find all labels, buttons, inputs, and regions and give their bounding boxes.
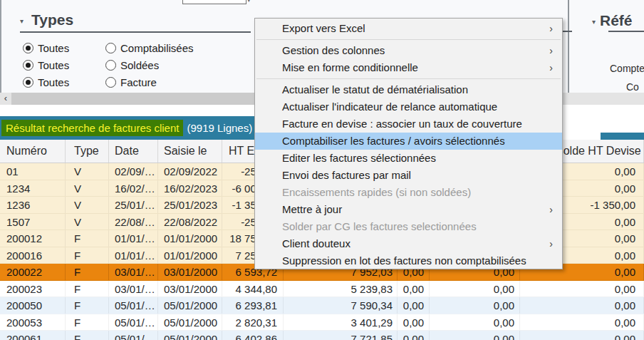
cell: 22/08/2022 (158, 214, 222, 230)
window-left-border (0, 0, 1, 105)
cell: 05/01/… (109, 314, 158, 331)
cell: 0,00 (398, 297, 430, 314)
cell: 0,00 (398, 314, 430, 331)
menu-item-comptabiliser-les-factures-avoirs-s-lect[interactable]: Comptabiliser les factures / avoirs séle… (255, 133, 562, 150)
cell: 0,00 (430, 281, 520, 297)
collapse-icon[interactable]: ▾ (592, 18, 596, 26)
app-screen: ▾ ▾ Types ToutesComptabiliséesToutesSold… (0, 0, 644, 340)
column-header-num-ro[interactable]: Numéro (0, 140, 66, 163)
menu-item-encaissements-rapides-si-non-sold-es-: Encaissements rapides (si non soldées) (255, 184, 562, 201)
cell: F (66, 314, 109, 331)
radio-option-toutes[interactable]: Toutes (23, 41, 69, 54)
scroll-left-button[interactable]: ‹ (0, 93, 11, 105)
menu-separator (256, 78, 561, 79)
menu-item-mettre-jour[interactable]: Mettre à jour› (255, 201, 562, 218)
collapse-icon[interactable]: ▾ (20, 17, 24, 25)
radio-option-toutes[interactable]: Toutes (23, 58, 69, 71)
cell: 01/01/… (109, 247, 158, 264)
cell: F (66, 264, 109, 280)
menu-item-facture-en-devise-associer-un-taux-de-co[interactable]: Facture en devise : associer un taux de … (255, 115, 562, 133)
cell: 22/08/… (109, 214, 158, 230)
submenu-arrow-icon: › (549, 42, 553, 59)
menu-item-suppression-en-lot-des-factures-non-comp[interactable]: Suppression en lot des factures non comp… (255, 252, 562, 269)
cell: V (66, 163, 109, 180)
column-header-date[interactable]: Date (109, 140, 158, 163)
cell: 05/01/… (109, 331, 158, 340)
collectif-label: Co (626, 81, 639, 93)
cell: 0,00 (398, 281, 430, 297)
cell: 3 401,29 (284, 314, 398, 331)
cell: 200023 (0, 281, 66, 297)
table-row[interactable]: 200050F05/01/…05/01/20006 293,817 590,34… (0, 297, 644, 314)
types-panel-title: Types (31, 11, 73, 29)
submenu-arrow-icon: › (549, 59, 553, 76)
submenu-arrow-icon: › (549, 20, 553, 37)
cell: 01 (0, 163, 66, 180)
cell: 2 820,31 (222, 314, 284, 331)
radio-option-comptabilis-es[interactable]: Comptabilisées (105, 41, 194, 54)
cell: 7 721,85 (284, 331, 398, 340)
cell: F (66, 281, 109, 297)
table-row[interactable]: 200023F03/01/…03/01/20004 344,805 239,83… (0, 281, 644, 298)
references-panel-title: Réfé (600, 12, 633, 29)
cell: 0,00 (520, 331, 644, 340)
radio-option-facture[interactable]: Facture (105, 76, 157, 88)
dropdown-arrow-icon: ▾ (247, 0, 251, 4)
cell: 200053 (0, 314, 66, 331)
cell: 0,00 (520, 281, 644, 297)
column-header-saisie-le[interactable]: Saisie le (158, 140, 222, 163)
menu-separator (256, 39, 561, 40)
cropped-dropdown-field[interactable] (182, 0, 246, 4)
context-menu: Export vers Excel›Gestion des colonnes›M… (254, 18, 563, 269)
cell: F (66, 297, 109, 314)
cell: 200061 (0, 331, 66, 340)
radio-selected-icon[interactable] (23, 43, 33, 53)
radio-option-toutes[interactable]: Toutes (23, 76, 69, 88)
menu-item-editer-les-factures-s-lectionn-es[interactable]: Editer les factures sélectionnées (255, 150, 562, 167)
middle-panel-underline (563, 31, 572, 32)
radio-label: Toutes (38, 76, 69, 88)
table-row[interactable]: 200061F05/01/…05/01/20006 402,867 721,85… (0, 331, 644, 340)
cell: 4 344,80 (222, 281, 284, 297)
cell: 6 402,86 (222, 331, 284, 340)
cell: V (66, 214, 109, 230)
menu-item-export-vers-excel[interactable]: Export vers Excel› (255, 20, 562, 37)
cell: 0,00 (520, 314, 644, 331)
column-header-type[interactable]: Type (66, 140, 109, 163)
menu-item-mise-en-forme-conditionnelle[interactable]: Mise en forme conditionnelle› (255, 59, 562, 76)
radio-unselected-icon[interactable] (105, 60, 116, 71)
cell: 01/01/… (109, 230, 158, 247)
menu-item-solder-par-cg-les-factures-selectionn-es: Solder par CG les factures selectionnées (255, 218, 562, 235)
compte-label: Compte (610, 63, 644, 74)
cell: 1507 (0, 214, 66, 230)
cell: 03/01/2000 (158, 281, 222, 297)
cell: 03/01/… (109, 264, 158, 280)
cell: V (66, 180, 109, 197)
radio-selected-icon[interactable] (23, 77, 33, 88)
menu-item-client-douteux[interactable]: Client douteux› (255, 235, 562, 252)
radio-selected-icon[interactable] (23, 60, 33, 71)
cell: 200050 (0, 297, 66, 314)
types-underline (20, 31, 251, 33)
radio-option-sold-es[interactable]: Soldées (105, 58, 159, 71)
cell: 03/01/2000 (158, 264, 222, 280)
results-bar-right-fragment (601, 133, 644, 140)
cell: F (66, 331, 109, 340)
cell: 02/09/2022 (158, 163, 222, 180)
menu-item-envoi-des-factures-par-mail[interactable]: Envoi des factures par mail (255, 167, 562, 184)
menu-item-actualiser-l-indicateur-de-relance-autom[interactable]: Actualiser l'indicateur de relance autom… (255, 98, 562, 115)
table-row[interactable]: 200053F05/01/…05/01/20002 820,313 401,29… (0, 314, 644, 331)
cell: 7 590,34 (284, 297, 398, 314)
references-underline (608, 31, 644, 32)
radio-unselected-icon[interactable] (105, 77, 116, 88)
radio-label: Comptabilisées (120, 42, 194, 54)
panel-divider (568, 0, 569, 105)
cell: 16/02/… (109, 180, 158, 197)
radio-label: Toutes (38, 59, 69, 71)
menu-item-gestion-des-colonnes[interactable]: Gestion des colonnes› (255, 42, 562, 59)
radio-label: Facture (120, 76, 157, 88)
radio-unselected-icon[interactable] (105, 43, 116, 53)
cell: V (66, 197, 109, 213)
cell: 1234 (0, 180, 66, 197)
menu-item-actualiser-le-statut-de-d-mat-rialisatio[interactable]: Actualiser le statut de dématérialisatio… (255, 81, 562, 98)
